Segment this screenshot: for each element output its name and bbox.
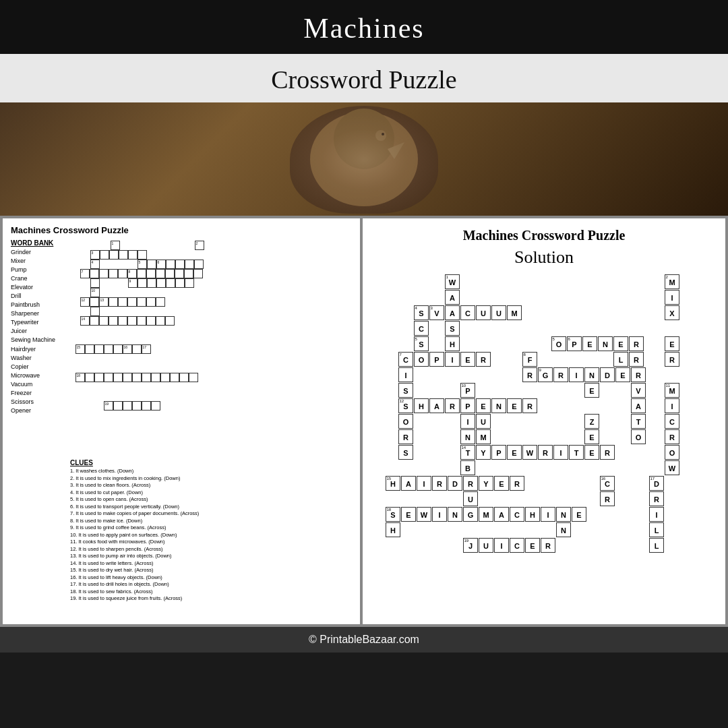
sol-cell: 5O [551, 336, 566, 351]
sol-cell: E [507, 445, 522, 460]
clues-label: CLUES [70, 459, 352, 466]
clues-section: CLUES 1. It washes clothes. (Down) 2. It… [70, 459, 352, 603]
sol-cell: L [649, 522, 664, 537]
sol-cell: 17D [649, 476, 664, 491]
sol-cell: D [600, 367, 615, 382]
sol-cell: T [569, 445, 584, 460]
sol-cell: R [665, 429, 679, 444]
sol-cell: Z [584, 414, 599, 429]
sol-cell: R [629, 352, 644, 367]
sol-cell: P [460, 398, 475, 413]
sol-cell: 19J [463, 538, 478, 553]
sol-cell: R [522, 367, 537, 382]
sol-cell: R [432, 476, 447, 491]
sol-cell: L [649, 538, 664, 553]
sol-cell: 15H [386, 476, 400, 491]
sol-cell: A [631, 398, 646, 413]
solution-label: Solution [373, 247, 715, 268]
sol-cell: R [445, 398, 460, 413]
sol-cell: E [494, 476, 509, 491]
sol-cell: R [463, 476, 478, 491]
sol-cell: B [460, 460, 475, 475]
sol-cell: A [494, 507, 509, 522]
sol-cell: M [507, 305, 522, 320]
footer: © PrintableBazaar.com [0, 627, 728, 653]
sol-cell: 12S [398, 398, 413, 413]
sol-cell: A [429, 398, 444, 413]
sol-cell: H [386, 522, 400, 537]
content-row: Machines Crossword Puzzle WORD BANK Grin… [0, 216, 728, 627]
sol-cell: C [510, 538, 524, 553]
subtitle: Crossword Puzzle [0, 54, 728, 102]
sol-cell: G [463, 507, 478, 522]
svg-point-3 [375, 130, 386, 141]
sol-cell: A [445, 290, 460, 305]
sol-cell: H [525, 507, 540, 522]
sol-cell: Y [479, 476, 493, 491]
sol-cell: C [510, 507, 524, 522]
sol-cell: E [460, 352, 475, 367]
sol-cell: 8F [522, 352, 537, 367]
sol-cell: E [476, 398, 491, 413]
sol-cell: I [665, 290, 679, 305]
sol-cell: E [507, 398, 522, 413]
sol-cell: I [665, 398, 679, 413]
sol-cell: E [613, 336, 628, 351]
sol-cell: U [476, 414, 491, 429]
sol-cell: P [429, 352, 444, 367]
sol-cell: E [572, 507, 586, 522]
sol-cell: S [445, 321, 460, 336]
sol-cell: R [649, 491, 664, 506]
sol-cell: R [538, 445, 553, 460]
sol-cell: M [479, 507, 493, 522]
sol-cell: N [448, 507, 462, 522]
sol-cell: R [631, 367, 646, 382]
sol-cell: H [445, 336, 460, 351]
sol-cell: 9G [538, 367, 553, 382]
sol-cell: E [615, 367, 630, 382]
sol-cell: O [631, 429, 646, 444]
sol-cell: 16C [600, 476, 615, 491]
sol-cell: W [665, 460, 679, 475]
sol-cell: R [629, 336, 644, 351]
sol-cell: R [476, 352, 491, 367]
sol-cell: R [600, 491, 615, 506]
sol-cell: N [556, 507, 571, 522]
word-bank-label: WORD BANK [11, 239, 65, 247]
sol-cell: I [553, 445, 568, 460]
sol-cell: O [414, 352, 429, 367]
sol-cell: R [510, 476, 524, 491]
sol-cell: U [491, 305, 506, 320]
sol-cell: S [398, 445, 413, 460]
sol-cell: 4S [414, 305, 429, 320]
svg-point-4 [382, 133, 384, 135]
footer-text: © PrintableBazaar.com [309, 634, 419, 645]
sol-cell: E [665, 336, 679, 351]
sol-cell: D [448, 476, 462, 491]
left-panel: Machines Crossword Puzzle WORD BANK Grin… [3, 218, 360, 624]
sol-cell: I [649, 507, 664, 522]
sol-cell: R [600, 445, 615, 460]
sol-cell: N [598, 336, 613, 351]
sol-cell: C [665, 414, 679, 429]
sol-cell: M [476, 429, 491, 444]
sol-cell: I [494, 538, 509, 553]
sol-cell: E [584, 429, 599, 444]
sol-cell: 10P [460, 383, 475, 398]
sol-cell: N [584, 367, 599, 382]
sol-cell: Y [476, 445, 491, 460]
background-image [0, 102, 728, 216]
word-bank-list: GrinderMixerPumpCraneElevatorDrillPaintb… [11, 248, 65, 415]
sol-cell: 3V [429, 305, 444, 320]
sol-cell: R [553, 367, 568, 382]
sol-cell: R [665, 352, 679, 367]
sol-cell: A [401, 476, 416, 491]
right-panel-title: Machines Crossword Puzzle [373, 228, 715, 243]
sol-cell: 14T [460, 445, 475, 460]
sol-cell: E [582, 336, 597, 351]
sol-cell: L [613, 352, 628, 367]
sol-cell: I [445, 352, 460, 367]
sol-cell: I [398, 367, 413, 382]
sol-cell: I [541, 507, 555, 522]
sol-cell: R [541, 538, 555, 553]
